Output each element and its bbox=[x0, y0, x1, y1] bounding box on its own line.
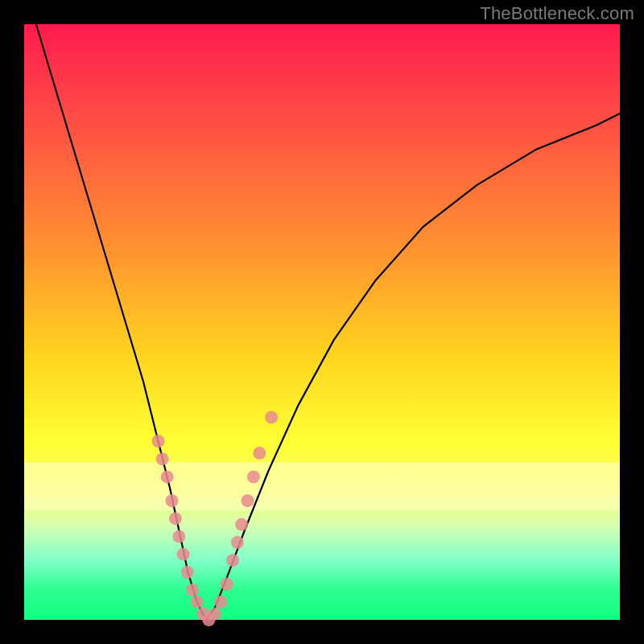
data-marker bbox=[221, 578, 233, 591]
data-marker bbox=[177, 548, 190, 561]
chart-frame: TheBottleneck.com bbox=[0, 0, 644, 644]
data-marker bbox=[247, 470, 260, 483]
data-marker bbox=[172, 530, 185, 543]
data-marker bbox=[208, 608, 221, 621]
data-marker bbox=[156, 452, 169, 465]
plot-area bbox=[24, 24, 620, 620]
watermark-text: TheBottleneck.com bbox=[480, 3, 634, 24]
data-marker bbox=[265, 411, 278, 423]
data-markers bbox=[152, 411, 279, 626]
data-marker bbox=[161, 470, 174, 483]
data-marker bbox=[242, 494, 254, 507]
data-marker bbox=[191, 596, 204, 609]
data-marker bbox=[152, 435, 165, 448]
data-marker bbox=[231, 536, 244, 549]
data-marker bbox=[235, 518, 248, 531]
bottleneck-curve bbox=[36, 24, 620, 620]
data-marker bbox=[166, 494, 179, 507]
data-marker bbox=[253, 447, 266, 460]
curve-svg bbox=[24, 24, 620, 620]
data-marker bbox=[181, 566, 194, 579]
data-marker bbox=[186, 584, 199, 597]
data-marker bbox=[226, 554, 239, 567]
data-marker bbox=[214, 596, 227, 609]
data-marker bbox=[169, 512, 182, 525]
